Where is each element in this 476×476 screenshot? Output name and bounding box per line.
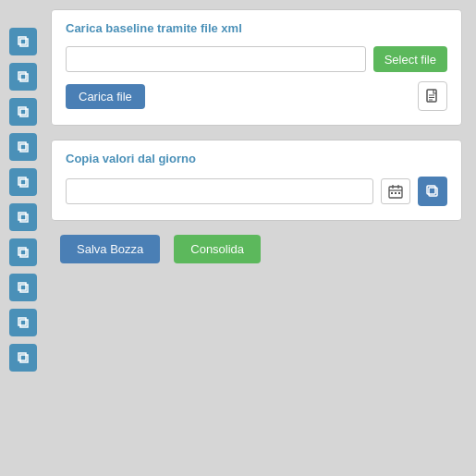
svg-rect-9 [20,179,28,187]
svg-rect-4 [18,107,26,115]
svg-rect-6 [18,142,26,150]
consolida-button[interactable]: Consolida [174,235,261,263]
date-row [66,177,447,206]
carica-file-button[interactable]: Carica file [66,84,145,109]
file-upload-row: Select file [66,46,447,72]
sidebar-btn-4[interactable] [9,133,37,161]
section-copia-valori: Copia valori dal giorno [51,140,462,221]
copy-button[interactable] [418,177,447,206]
svg-rect-12 [18,248,26,255]
svg-rect-11 [20,214,28,222]
svg-rect-5 [20,109,28,116]
sidebar-btn-8[interactable] [9,274,37,301]
section1-title: Carica baseline tramite file xml [66,21,447,35]
action-row: Salva Bozza Consolida [51,235,462,263]
date-input[interactable] [66,178,373,204]
svg-rect-18 [18,353,26,360]
svg-rect-29 [395,192,397,194]
svg-rect-30 [398,192,400,194]
svg-rect-16 [18,318,26,325]
main-content: Carica baseline tramite file xml Select … [46,0,476,476]
svg-rect-10 [18,213,26,220]
sidebar-btn-5[interactable] [9,168,37,196]
sidebar-btn-7[interactable] [9,238,37,266]
section2-title: Copia valori dal giorno [66,152,447,165]
svg-rect-1 [20,39,28,46]
sidebar-btn-1[interactable] [9,28,37,55]
sidebar-btn-2[interactable] [9,63,37,91]
svg-rect-7 [20,144,28,152]
carica-row: Carica file [66,81,447,111]
svg-rect-13 [20,250,28,257]
svg-rect-28 [391,192,393,194]
svg-rect-14 [18,283,26,290]
section-carica-baseline: Carica baseline tramite file xml Select … [51,9,462,126]
svg-rect-3 [20,74,28,81]
svg-rect-8 [18,177,26,185]
select-file-button[interactable]: Select file [373,46,447,72]
sidebar-btn-6[interactable] [9,203,37,231]
svg-rect-0 [18,37,26,44]
file-icon-button[interactable] [418,81,447,111]
sidebar [0,0,46,476]
sidebar-btn-3[interactable] [9,98,37,126]
svg-rect-19 [20,355,28,362]
file-text-input[interactable] [66,46,366,72]
sidebar-btn-10[interactable] [9,344,37,372]
calendar-button[interactable] [381,178,410,204]
svg-rect-2 [18,72,26,79]
salva-bozza-button[interactable]: Salva Bozza [60,235,160,263]
svg-rect-15 [20,285,28,292]
svg-rect-17 [20,320,28,327]
sidebar-btn-9[interactable] [9,309,37,336]
